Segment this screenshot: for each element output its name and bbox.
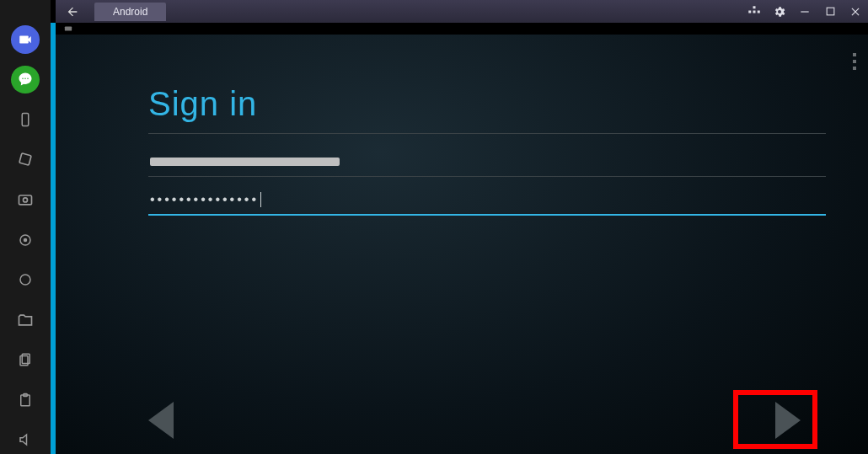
location-icon[interactable] (11, 226, 40, 254)
chat-icon[interactable] (11, 66, 40, 94)
svg-point-6 (24, 198, 28, 202)
svg-rect-15 (753, 10, 756, 13)
folder-icon[interactable] (11, 306, 40, 334)
svg-point-1 (24, 78, 26, 80)
emulator-screen: Sign in ••••••••••••••• (56, 23, 868, 454)
svg-rect-3 (22, 113, 29, 126)
password-mask: ••••••••••••••• (150, 193, 259, 206)
apk-icon[interactable] (11, 265, 40, 294)
maximize-button[interactable] (817, 0, 843, 23)
svg-rect-5 (19, 195, 32, 205)
android-status-bar[interactable] (56, 23, 868, 35)
phone-icon[interactable] (11, 105, 40, 134)
email-field[interactable] (148, 149, 826, 177)
notification-icon (62, 24, 74, 33)
svg-rect-17 (753, 6, 756, 8)
svg-point-8 (24, 238, 27, 241)
signin-form: Sign in ••••••••••••••• (148, 85, 826, 216)
email-redacted-value (150, 158, 340, 166)
volume-icon[interactable] (11, 425, 40, 454)
triangle-left-icon (148, 402, 174, 439)
tab-android[interactable]: Android (94, 3, 166, 21)
svg-rect-16 (758, 10, 760, 13)
overflow-menu-icon[interactable] (853, 53, 856, 70)
password-field[interactable]: ••••••••••••••• (148, 187, 826, 216)
svg-rect-4 (19, 153, 31, 165)
copy-icon[interactable] (11, 345, 40, 374)
tab-label: Android (113, 6, 147, 18)
minimize-button[interactable] (792, 0, 817, 23)
signin-title: Sign in (148, 85, 826, 134)
close-button[interactable] (843, 0, 868, 23)
screenshot-icon[interactable] (11, 185, 40, 214)
nav-next-button[interactable] (775, 402, 801, 439)
emulator-side-rail (0, 0, 51, 454)
gear-icon[interactable] (767, 0, 792, 23)
svg-rect-14 (748, 10, 751, 13)
text-cursor (260, 192, 261, 207)
apps-icon[interactable] (742, 0, 767, 23)
rotate-icon[interactable] (11, 146, 40, 174)
svg-rect-19 (827, 8, 834, 15)
nav-back-button[interactable] (148, 402, 174, 439)
svg-rect-22 (65, 27, 72, 31)
svg-point-0 (22, 78, 24, 80)
camera-icon[interactable] (11, 25, 40, 54)
accent-bar (51, 23, 56, 454)
svg-point-2 (27, 78, 29, 80)
paste-icon[interactable] (11, 386, 40, 414)
back-button[interactable] (56, 0, 89, 23)
triangle-right-icon (775, 402, 801, 439)
svg-point-9 (20, 275, 30, 285)
window-titlebar: Android (56, 0, 868, 23)
